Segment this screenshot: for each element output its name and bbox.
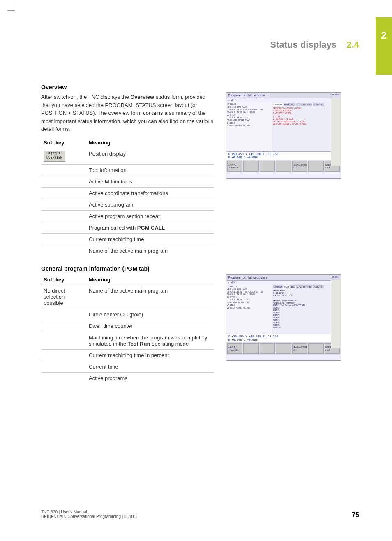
table-row: No direct selection possible Name of the…	[41, 285, 214, 309]
btn-manual-traverse[interactable]: MANUAL TRAVERSE	[227, 161, 242, 172]
table-row: Machining time when the program was comp…	[41, 332, 214, 349]
header-number: 2.4	[346, 39, 359, 50]
page-number: 75	[352, 511, 359, 519]
table-row: Active program section repeat	[41, 210, 214, 222]
table-row: Name of the active main program	[41, 245, 214, 256]
table-row: Dwell time counter	[41, 320, 214, 332]
table-row: Active programs	[41, 372, 214, 384]
program-listing: 17 LBL 1518 L IX+0.1 R0 FMAX19 CALL LBL …	[226, 284, 272, 334]
table-row: Active M functions	[41, 176, 214, 187]
footer-text: TNC 620 | User's Manual HEIDENHAIN Conve…	[41, 510, 137, 519]
pgm-table: Soft key Meaning No direct selection pos…	[41, 274, 214, 384]
overview-heading: Overview	[41, 84, 214, 91]
table-row: Active coordinate transformations	[41, 187, 214, 199]
table-row: STATUSOVERVIEW Position display	[41, 148, 214, 164]
overview-paragraph: After switch-on, the TNC displays the Ov…	[41, 93, 214, 133]
table-row: Circle center CC (pole)	[41, 309, 214, 320]
table-row: Current time	[41, 361, 214, 372]
position-display: X +50.459 Y +49.998 Z -10.255 B +0.000 C…	[226, 151, 341, 160]
position-display: X +50.459 Y +49.998 Z -10.255 B +0.000 C…	[226, 334, 341, 342]
col-meaning: Meaning	[86, 137, 214, 148]
status-panel: Overview PGM LBL CYC M POS TOOL TT SPIND…	[272, 102, 341, 151]
chapter-tab: 2	[376, 17, 392, 75]
page-header: Status displays 2.4	[270, 39, 359, 50]
softkey-status-overview[interactable]: STATUSOVERVIEW	[44, 151, 65, 162]
col-softkey: Soft key	[41, 274, 86, 285]
table-row: Program called with PGM CALL	[41, 222, 214, 233]
table-row: Current machining time in percent	[41, 349, 214, 361]
pgm-screenshot: Program run, full sequenceTest run stat.…	[226, 274, 341, 361]
overview-table: Soft key Meaning STATUSOVERVIEW Position…	[41, 137, 214, 256]
page-footer: TNC 620 | User's Manual HEIDENHAIN Conve…	[41, 510, 359, 519]
col-meaning: Meaning	[86, 274, 214, 285]
btn-parameter-list[interactable]: 0 PARAMETER LIST	[292, 161, 307, 172]
main-content: Overview After switch-on, the TNC displa…	[41, 84, 353, 393]
chapter-number: 2	[381, 30, 386, 41]
col-softkey: Soft key	[41, 137, 86, 148]
pgm-heading: General program information (PGM tab)	[41, 265, 353, 272]
table-row: Current machining time	[41, 233, 214, 245]
header-title: Status displays	[270, 39, 337, 50]
program-listing: 17 LBL 1518 L IX+0.1 R0 FMAX19 CALL LBL …	[226, 102, 272, 151]
status-panel: Overview PGM LBL CYC M POS TOOL TT Aktiv…	[272, 284, 341, 334]
table-row: Tool information	[41, 164, 214, 176]
btn-manual-traverse[interactable]: MANUAL TRAVERSE	[227, 343, 242, 354]
overview-screenshot: Program run, full sequenceTest run stat.…	[226, 92, 341, 179]
table-row: Active subprogram	[41, 199, 214, 210]
btn-parameter-list[interactable]: 0 PARAMETER LIST	[292, 343, 307, 354]
crop-marks	[7, 0, 16, 16]
